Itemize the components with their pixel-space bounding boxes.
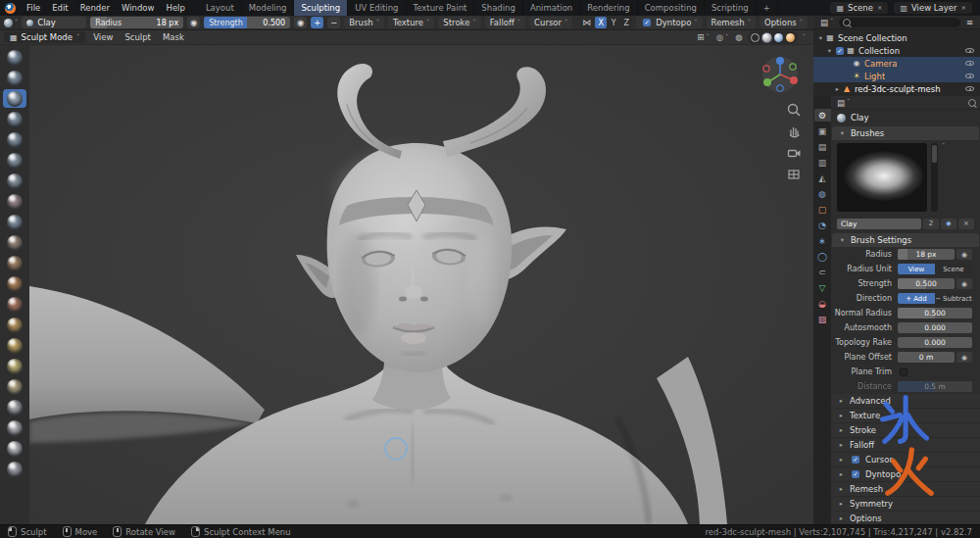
topology-rake-field[interactable]: 0.000: [898, 337, 972, 348]
properties-tab[interactable]: ▣: [814, 124, 831, 137]
workspace-tab[interactable]: Animation: [523, 0, 580, 16]
workspace-tab[interactable]: Compositing: [638, 0, 705, 16]
brushes-panel-header[interactable]: ▾ Brushes: [832, 126, 979, 140]
sculpt-tool-button[interactable]: [3, 110, 26, 128]
sculpt-tool-button[interactable]: [3, 48, 26, 67]
panel-section-header[interactable]: ▸ Remesh: [831, 482, 980, 497]
properties-tab[interactable]: ◒: [814, 297, 831, 310]
sculpt-tool-button[interactable]: [3, 357, 26, 375]
properties-tab[interactable]: ◔: [814, 219, 831, 231]
sculpt-tool-button[interactable]: [3, 377, 26, 396]
radius-extra-button[interactable]: ◉: [956, 249, 972, 260]
direction-subtract-button[interactable]: −Subtract: [935, 293, 972, 304]
menubar-item[interactable]: Edit: [46, 0, 74, 16]
visibility-eye-icon[interactable]: [965, 59, 974, 68]
navigation-gizmo[interactable]: [759, 53, 802, 96]
mode-selector[interactable]: ▦ Sculpt Mode ˅: [4, 31, 85, 43]
menubar-item[interactable]: Render: [74, 0, 116, 16]
properties-tab[interactable]: ▤: [814, 140, 831, 153]
chevron-down-icon[interactable]: ˅: [942, 143, 945, 150]
panel-section-header[interactable]: ▸ Texture: [831, 409, 980, 423]
shading-solid-button[interactable]: [761, 32, 772, 43]
shading-rendered-button[interactable]: [785, 32, 796, 43]
properties-tab[interactable]: ◯: [814, 250, 831, 263]
radius-pressure-button[interactable]: ◉: [187, 17, 200, 28]
shading-dropdown-button[interactable]: ˅: [801, 34, 808, 41]
workspace-tab[interactable]: Sculpting: [294, 0, 348, 16]
strength-pressure-button[interactable]: ◉: [294, 17, 307, 28]
sculpt-tool-button[interactable]: [3, 171, 26, 190]
visibility-eye-icon[interactable]: [965, 72, 974, 80]
sculpt-tool-button[interactable]: [3, 398, 26, 416]
close-icon[interactable]: ×: [961, 5, 966, 12]
filter-button[interactable]: ≡: [964, 18, 975, 27]
viewport-3d[interactable]: [29, 45, 813, 524]
panel-section-header[interactable]: ▸ Advanced: [831, 394, 980, 409]
disclosure-arrow-icon[interactable]: ▾: [825, 47, 834, 55]
radius-slider[interactable]: Radius 18 px: [90, 17, 183, 28]
gizmos-toggle-button[interactable]: ⊞˅: [695, 32, 710, 42]
sculpt-tool-button[interactable]: [3, 418, 26, 437]
radius-unit-view-button[interactable]: View: [898, 264, 935, 274]
close-icon[interactable]: ×: [877, 5, 882, 12]
normal-radius-field[interactable]: 0.500: [898, 308, 972, 318]
shading-wireframe-button[interactable]: [750, 32, 760, 43]
strength-slider[interactable]: Strength 0.500: [204, 17, 290, 28]
section-checkbox[interactable]: [852, 470, 859, 478]
direction-add-button[interactable]: +Add: [898, 293, 935, 304]
blender-logo-icon[interactable]: [5, 3, 16, 14]
tool-popover[interactable]: Stroke ˅: [438, 17, 480, 28]
mirror-axis-toggle[interactable]: Y: [608, 17, 619, 28]
autosmooth-field[interactable]: 0.000: [898, 322, 972, 333]
shading-material-button[interactable]: [773, 32, 784, 43]
viewport-canvas[interactable]: [29, 45, 813, 524]
strength-extra-button[interactable]: ◉: [956, 278, 972, 289]
workspace-tab[interactable]: Texture Paint: [407, 0, 475, 16]
viewport-menu-item[interactable]: Sculpt: [119, 32, 157, 42]
outliner-row[interactable]: ☀ Light: [813, 70, 980, 82]
brush-preview-thumbnail[interactable]: [837, 143, 927, 212]
plane-offset-extra-button[interactable]: ◉: [956, 352, 972, 363]
tool-popover[interactable]: Falloff ˅: [485, 17, 525, 28]
tool-popover[interactable]: Cursor ˅: [529, 17, 572, 28]
panel-section-header[interactable]: ▸ Symmetry: [831, 497, 980, 512]
sculpt-tool-button[interactable]: [3, 192, 26, 211]
properties-tab[interactable]: ∗: [814, 234, 831, 247]
disclosure-arrow-icon[interactable]: ▸: [833, 85, 842, 93]
visibility-eye-icon[interactable]: [965, 84, 974, 93]
xray-toggle-button[interactable]: ◍: [733, 32, 744, 42]
radius-unit-scene-button[interactable]: Scene: [935, 264, 972, 274]
menubar-item[interactable]: File: [21, 0, 46, 16]
sculpt-tool-button[interactable]: [3, 233, 26, 252]
active-tool-button[interactable]: ˅: [4, 19, 18, 27]
workspace-tab[interactable]: Modeling: [242, 0, 295, 16]
workspace-tab[interactable]: UV Editing: [348, 0, 406, 16]
tool-popover[interactable]: Texture ˅: [388, 17, 434, 28]
dyntopo-checkbox[interactable]: [643, 19, 651, 26]
viewport-menu-item[interactable]: View: [87, 32, 119, 42]
editor-type-button[interactable]: ▤˅: [835, 98, 852, 108]
distance-field[interactable]: 0.5 m: [898, 381, 972, 392]
plane-offset-field[interactable]: 0 m: [898, 352, 955, 363]
sculpt-tool-button[interactable]: [3, 151, 26, 170]
move-view-button[interactable]: [786, 123, 802, 139]
outliner-row[interactable]: ▾ ▦ Scene Collection: [813, 31, 980, 44]
plane-trim-checkbox[interactable]: [900, 368, 907, 376]
disclosure-arrow-icon[interactable]: ▾: [816, 34, 825, 42]
properties-tab[interactable]: ◍: [814, 187, 831, 200]
dyntopo-popover[interactable]: Dyntopo ˅: [636, 17, 702, 28]
editor-type-button[interactable]: ▤˅: [818, 18, 835, 27]
workspace-tab[interactable]: Rendering: [580, 0, 637, 16]
sculpt-tool-button[interactable]: [3, 295, 26, 314]
sculpt-tool-button[interactable]: [3, 460, 26, 478]
panel-section-header[interactable]: ▸ Cursor: [831, 453, 980, 467]
workspace-tab[interactable]: Scripting: [705, 0, 757, 16]
properties-tab[interactable]: ⊂: [814, 266, 831, 278]
radius-field[interactable]: 18 px: [898, 249, 955, 260]
properties-tab[interactable]: ⚙: [814, 109, 831, 122]
direction-subtract-toggle[interactable]: −: [327, 17, 340, 28]
sculpt-tool-button[interactable]: [3, 130, 26, 149]
tool-popover[interactable]: Brush ˅: [344, 17, 384, 28]
properties-tab[interactable]: ▥: [814, 156, 831, 169]
workspace-tab[interactable]: +: [757, 0, 778, 16]
